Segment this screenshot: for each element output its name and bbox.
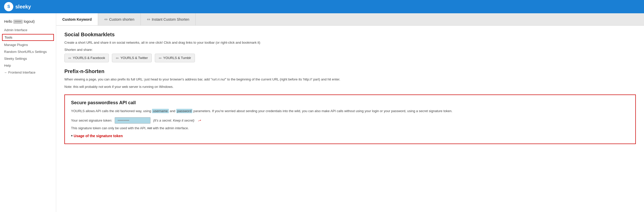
logo-container: S sleeky <box>4 2 31 11</box>
prefix-n-shorten-section: Prefix-n-Shorten When viewing a page, yo… <box>64 68 636 89</box>
tabs-bar: Custom Keyword ⇔ Custom shorten ⇔ Instan… <box>56 13 644 26</box>
bookmarklet-tumblr-label: YOURLS & Tumblr <box>163 56 191 60</box>
secure-api-desc: YOURLS allows API calls the old fashione… <box>71 109 629 114</box>
tab-custom-shorten-label: Custom shorten <box>109 17 134 21</box>
secure-api-section: Secure passwordless API call YOURLS allo… <box>64 95 636 144</box>
token-label: Your secret signature token: <box>71 119 112 122</box>
sidebar-hello: Hello •••••• logout) <box>0 17 56 27</box>
bookmarklet-tumblr[interactable]: ⇔ YOURLS & Tumblr <box>155 54 195 62</box>
shorten-share-label: Shorten and share: <box>64 48 636 52</box>
link-icon-instant: ⇔ <box>147 17 150 22</box>
password-highlight: password <box>176 109 193 113</box>
token-note: This signature token can only be used wi… <box>71 126 629 130</box>
logo-icon: S <box>4 2 13 11</box>
link-icon-custom-shorten: ⇔ <box>104 17 108 22</box>
not-strikethrough: not <box>147 126 152 130</box>
prefix-n-shorten-desc2: Note: this will probably not work if you… <box>64 84 636 89</box>
arrow-icon: → <box>196 117 203 124</box>
tab-custom-keyword[interactable]: Custom Keyword <box>56 13 98 25</box>
tab-instant-custom-shorten-label: Instant Custom Shorten <box>152 17 189 21</box>
link-icon-tumblr: ⇔ <box>159 56 162 60</box>
sidebar-item-admin-interface[interactable]: Admin Interface <box>0 27 56 33</box>
sidebar-item-random-shorturls[interactable]: Random ShortURLs Settings <box>0 48 56 55</box>
bullet-icon: • <box>71 133 73 138</box>
social-bookmarklets-title: Social Bookmarklets <box>64 32 636 38</box>
usage-peek: • Usage of the signature token <box>71 133 629 138</box>
bookmarklet-facebook-label: YOURLS & Facebook <box>73 56 105 60</box>
link-icon-twitter: ⇔ <box>116 56 119 60</box>
tab-custom-keyword-label: Custom Keyword <box>62 17 92 21</box>
header: S sleeky <box>0 0 644 13</box>
token-input[interactable] <box>115 117 150 124</box>
tab-custom-shorten[interactable]: ⇔ Custom shorten <box>98 13 141 25</box>
sidebar-item-tools[interactable]: Tools <box>2 34 54 41</box>
sidebar-navigation: Admin Interface Tools Manage Plugins Ran… <box>0 27 56 76</box>
sidebar-item-frontend-interface[interactable]: ← Frontend Interface <box>0 69 56 76</box>
sidebar-item-manage-plugins[interactable]: Manage Plugins <box>0 41 56 48</box>
sidebar-item-help[interactable]: Help <box>0 62 56 69</box>
sidebar: Hello •••••• logout) Admin Interface Too… <box>0 13 56 212</box>
usage-label: Usage of the signature token <box>74 134 123 138</box>
logo-text: sleeky <box>15 4 31 10</box>
main-content: Custom Keyword ⇔ Custom shorten ⇔ Instan… <box>56 13 644 212</box>
link-icon-facebook: ⇔ <box>68 56 71 60</box>
bookmarklet-twitter-label: YOURLS & Twitter <box>120 56 148 60</box>
username-blur: •••••• <box>13 20 23 24</box>
secure-api-title: Secure passwordless API call <box>71 100 629 105</box>
social-bookmarklets-section: Social Bookmarklets Create a short URL a… <box>64 32 636 62</box>
token-secret-note: (It's a secret. Keep it secret) <box>153 119 194 122</box>
layout: Hello •••••• logout) Admin Interface Too… <box>0 13 644 212</box>
tab-instant-custom-shorten[interactable]: ⇔ Instant Custom Shorten <box>141 13 196 25</box>
content-area: Social Bookmarklets Create a short URL a… <box>56 26 644 150</box>
sidebar-item-sleeky-settings[interactable]: Sleeky Settings <box>0 55 56 62</box>
prefix-n-shorten-desc1: When viewing a page, you can also prefix… <box>64 77 636 82</box>
bookmarklet-facebook[interactable]: ⇔ YOURLS & Facebook <box>64 54 109 62</box>
bookmarklets-container: ⇔ YOURLS & Facebook ⇔ YOURLS & Twitter ⇔… <box>64 54 636 62</box>
prefix-n-shorten-title: Prefix-n-Shorten <box>64 68 636 74</box>
social-bookmarklets-desc: Create a short URL and share it on socia… <box>64 40 636 45</box>
username-highlight: username <box>152 109 169 113</box>
token-row: Your secret signature token: (It's a sec… <box>71 117 629 124</box>
bookmarklet-twitter[interactable]: ⇔ YOURLS & Twitter <box>112 54 151 62</box>
